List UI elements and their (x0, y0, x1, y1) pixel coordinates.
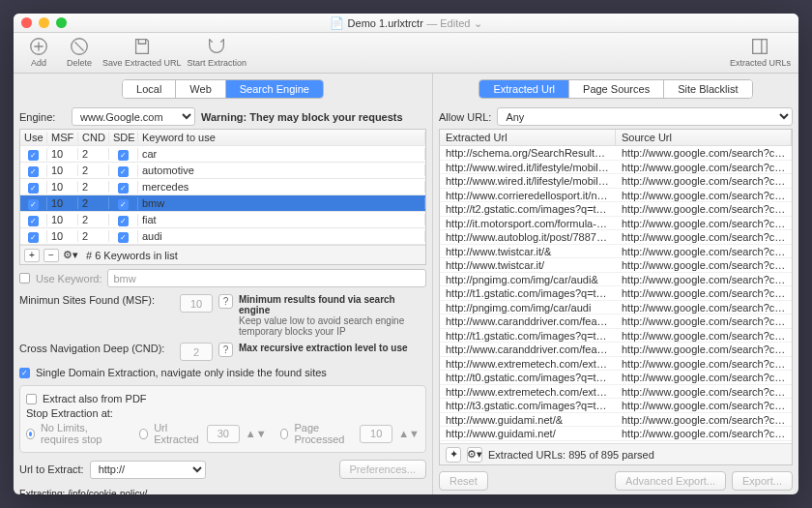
results-footer: Extracted URLs: 895 of 895 parsed (488, 449, 654, 461)
app-window: 📄 Demo 1.urlxtrctr — Edited ⌄ Add Delete… (14, 14, 798, 494)
results-gear-icon[interactable]: ⚙︎▾ (467, 447, 482, 463)
table-row[interactable]: 102bmw (20, 195, 425, 212)
tab-site-blacklist[interactable]: Site Blacklist (664, 80, 751, 98)
table-row[interactable]: http://t1.gstatic.com/images?q=tbn:AN...… (440, 286, 792, 301)
col-sde[interactable]: SDE (109, 132, 138, 143)
col-cnd[interactable]: CND (78, 132, 109, 143)
table-row[interactable]: http://www.extremetech.com/extreme/...ht… (440, 385, 792, 400)
use-keyword-checkbox[interactable] (19, 273, 30, 284)
msf-label: Minimun Sites Found (MSF): (19, 294, 174, 306)
export-button[interactable]: Export... (732, 471, 793, 491)
table-row[interactable]: http://www.corrieredellosport.it/news/..… (440, 189, 792, 203)
tab-search-engine[interactable]: Search Engine (226, 80, 323, 98)
table-row[interactable]: http://www.autoblog.it/post/788742/vol..… (440, 230, 792, 245)
pdf-label: Extract also from PDF (43, 393, 147, 404)
cnd-input[interactable] (180, 343, 213, 361)
row-sde-checkbox[interactable] (118, 216, 129, 226)
radio-url-extracted[interactable] (139, 429, 148, 439)
allow-url-select[interactable]: Any (497, 107, 793, 126)
extracted-urls-button[interactable]: Extracted URLs (730, 36, 791, 68)
table-row[interactable]: http://www.guidami.net/http://www.google… (440, 427, 792, 441)
toolbar: Add Delete Save Extracted URL Start Extr… (14, 33, 798, 74)
right-pane: Extracted Url Page Sources Site Blacklis… (433, 74, 798, 494)
row-use-checkbox[interactable] (28, 150, 39, 161)
col-extracted-url[interactable]: Extracted Url (440, 130, 616, 145)
table-row[interactable]: http://schema.org/SearchResultsPagehttp:… (440, 146, 792, 161)
table-row[interactable]: http://pngimg.com/img/car/audihttp://www… (440, 301, 792, 315)
col-keyword[interactable]: Keyword to use (138, 132, 425, 143)
table-row[interactable]: http://t3.gstatic.com/images?q=tbn:AN...… (440, 399, 792, 413)
sde-label: Single Domain Extraction, navigate only … (36, 367, 327, 378)
preferences-button[interactable]: Preferences... (339, 460, 426, 479)
help-icon[interactable]: ? (218, 294, 233, 309)
cnd-label: Cross Navigation Deep (CND): (19, 343, 174, 354)
table-row[interactable]: http://www.twistcar.it/http://www.google… (440, 258, 792, 273)
table-row[interactable]: 102car (20, 146, 425, 163)
tab-web[interactable]: Web (176, 80, 225, 98)
msf-help2: Keep value low to avoid search engine te… (239, 315, 426, 337)
use-keyword-input[interactable] (107, 269, 426, 287)
row-use-checkbox[interactable] (28, 183, 39, 194)
table-row[interactable]: http://it.motorsport.com/formula-e/new..… (440, 217, 792, 231)
remove-row-button[interactable]: − (44, 249, 59, 262)
table-row[interactable]: http://pngimg.com/img/car/audi&http://ww… (440, 273, 792, 287)
row-sde-checkbox[interactable] (118, 183, 129, 194)
gear-icon[interactable]: ⚙︎▾ (63, 249, 78, 261)
col-source-url[interactable]: Source Url (616, 130, 792, 145)
engine-select[interactable]: www.Google.com (72, 107, 195, 126)
table-row[interactable]: http://www.wired.it/lifestyle/mobilita/2… (440, 161, 792, 175)
table-row[interactable]: 102audi (20, 228, 425, 245)
msf-input[interactable] (180, 294, 213, 313)
tab-page-sources[interactable]: Page Sources (569, 80, 664, 98)
table-row[interactable]: 102automotive (20, 163, 425, 179)
radio-page-processed[interactable] (280, 429, 289, 439)
delete-button[interactable]: Delete (62, 36, 97, 68)
row-sde-checkbox[interactable] (118, 232, 129, 243)
add-button[interactable]: Add (21, 36, 56, 68)
radio-no-limits[interactable] (26, 429, 35, 439)
tab-extracted-url[interactable]: Extracted Url (479, 80, 569, 98)
table-row[interactable]: http://t1.gstatic.com/images?q=tbn:AN...… (440, 329, 792, 344)
keyword-count: # 6 Keywords in list (86, 250, 178, 261)
row-sde-checkbox[interactable] (118, 199, 129, 210)
row-use-checkbox[interactable] (28, 166, 39, 177)
table-row[interactable]: http://www.caranddriver.com/features/...… (440, 343, 792, 357)
row-sde-checkbox[interactable] (118, 166, 129, 177)
page-processed-input[interactable] (360, 425, 392, 443)
col-msf[interactable]: MSF (47, 132, 78, 143)
help-icon[interactable]: ? (218, 343, 233, 357)
table-row[interactable]: http://www.extremetech.com/extreme/...ht… (440, 357, 792, 372)
sde-checkbox[interactable] (19, 368, 30, 378)
advanced-export-button[interactable]: Advanced Export... (615, 471, 726, 491)
left-pane: Local Web Search Engine Engine: www.Goog… (14, 74, 433, 494)
col-use[interactable]: Use (20, 132, 47, 143)
table-row[interactable]: http://www.caranddriver.com/features/...… (440, 314, 792, 329)
engine-label: Engine: (19, 111, 66, 123)
reset-button[interactable]: Reset (439, 471, 488, 491)
table-row[interactable]: http://www.guidami.net/&http://www.googl… (440, 413, 792, 428)
keyword-table: Use MSF CND SDE Keyword to use 102car102… (19, 129, 426, 265)
table-row[interactable]: http://www.twistcar.it/&http://www.googl… (440, 245, 792, 259)
table-row[interactable]: 102fiat (20, 212, 425, 228)
start-extraction-button[interactable]: Start Extraction (188, 36, 247, 68)
tab-local[interactable]: Local (123, 80, 176, 98)
save-button[interactable]: Save Extracted URL (102, 36, 182, 68)
row-use-checkbox[interactable] (28, 199, 39, 210)
titlebar[interactable]: 📄 Demo 1.urlxtrctr — Edited ⌄ (14, 14, 798, 33)
left-tabs: Local Web Search Engine (122, 79, 324, 99)
row-sde-checkbox[interactable] (118, 150, 129, 161)
url-extracted-input[interactable] (207, 425, 240, 443)
results-table: Extracted Url Source Url http://schema.o… (439, 129, 793, 465)
results-menu-icon[interactable]: ✦ (446, 447, 461, 463)
url-input[interactable]: http:// (90, 461, 206, 479)
table-row[interactable]: 102mercedes (20, 179, 425, 195)
table-row[interactable]: http://www.wired.it/lifestyle/mobilita/2… (440, 174, 792, 189)
right-tabs: Extracted Url Page Sources Site Blacklis… (478, 79, 752, 99)
table-row[interactable]: http://t2.gstatic.com/images?q=tbn:A...h… (440, 202, 792, 217)
pdf-checkbox[interactable] (26, 394, 37, 404)
row-use-checkbox[interactable] (28, 216, 39, 226)
row-use-checkbox[interactable] (28, 232, 39, 243)
table-row[interactable]: http://t0.gstatic.com/images?q=tbn:A...h… (440, 371, 792, 385)
url-label: Url to Extract: (19, 463, 84, 475)
add-row-button[interactable]: + (24, 249, 40, 262)
